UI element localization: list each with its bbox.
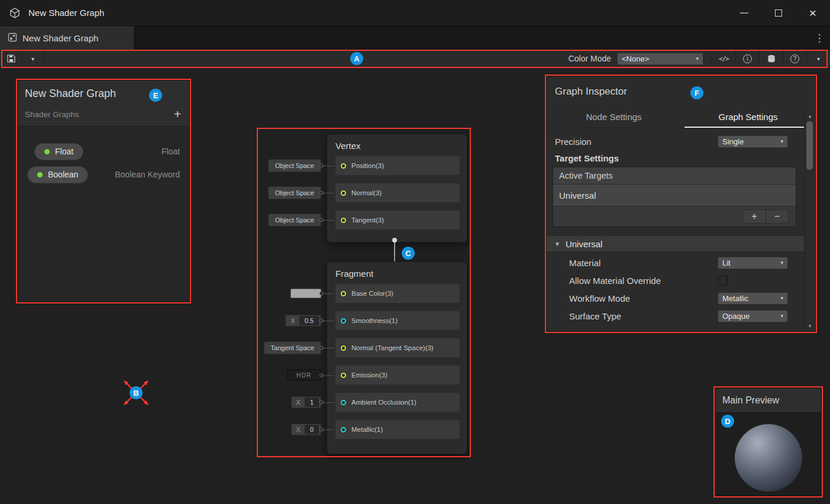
- caret-down-icon: ▾: [774, 138, 783, 144]
- workflow-mode-dropdown[interactable]: Metallic▾: [718, 292, 788, 305]
- graph-inspector-panel: Graph Inspector Node Settings Graph Sett…: [546, 76, 816, 332]
- shader-graph-asset-icon: [8, 33, 17, 44]
- fragment-port-normal[interactable]: Normal (Tangent Space)(3) Tangent Space: [335, 338, 460, 357]
- active-targets-box: Active Targets Universal + −: [553, 167, 796, 227]
- universal-foldout[interactable]: ▼ Universal: [547, 235, 815, 252]
- blackboard-header: New Shader Graph Shader Graphs +: [18, 80, 189, 127]
- material-row: Material Lit▾: [555, 256, 788, 270]
- scroll-up-icon[interactable]: ▲: [805, 112, 815, 120]
- help-button[interactable]: ?: [783, 50, 806, 67]
- fragment-port-emission[interactable]: Emission(3) HDR: [335, 366, 460, 385]
- precision-dropdown[interactable]: Single▾: [718, 135, 788, 148]
- caret-down-icon: ▾: [774, 260, 783, 266]
- graph-inspector-toggle-button[interactable]: i: [735, 50, 759, 67]
- scroll-down-icon[interactable]: ▼: [805, 322, 815, 330]
- space-dropdown[interactable]: Object Space: [268, 159, 321, 172]
- close-button[interactable]: ×: [796, 0, 830, 25]
- workflow-mode-label: Workflow Mode: [555, 293, 718, 303]
- port-icon[interactable]: [341, 190, 346, 196]
- save-asset-button[interactable]: [0, 50, 22, 67]
- port-icon[interactable]: [341, 373, 346, 378]
- blackboard-title: New Shader Graph: [25, 88, 181, 100]
- material-dropdown[interactable]: Lit▾: [718, 257, 788, 269]
- window-controls: ×: [727, 0, 830, 25]
- add-target-button[interactable]: +: [743, 210, 766, 223]
- vertex-port-position[interactable]: Position(3) Object Space: [335, 156, 460, 175]
- port-icon[interactable]: [341, 427, 346, 432]
- port-default-widget: X1: [291, 396, 321, 408]
- space-dropdown[interactable]: Tangent Space: [264, 341, 321, 354]
- save-options-dropdown[interactable]: ▾: [22, 50, 44, 67]
- toolbar-overflow-dropdown[interactable]: ▾: [806, 50, 830, 67]
- scrollbar-thumb[interactable]: [806, 121, 813, 170]
- surface-type-row: Surface Type Opaque▾: [555, 309, 788, 323]
- vertex-fragment-edge[interactable]: [394, 240, 395, 264]
- port-icon[interactable]: [341, 291, 346, 296]
- port-icon[interactable]: [341, 163, 346, 169]
- widget-port-dot-icon: [319, 373, 324, 377]
- port-default-widget: X0.5: [285, 315, 321, 327]
- code-view-button[interactable]: </>: [712, 50, 735, 67]
- port-default-widget: Tangent Space: [264, 341, 321, 354]
- blackboard-toggle-button[interactable]: [759, 50, 783, 67]
- float-field[interactable]: X0: [291, 424, 321, 435]
- fragment-port-metallic[interactable]: Metallic(1) X0: [335, 420, 460, 439]
- add-property-button[interactable]: +: [174, 108, 181, 120]
- tab-node-settings[interactable]: Node Settings: [547, 106, 681, 128]
- annotation-badge-b: B: [130, 386, 143, 399]
- vertex-port-normal[interactable]: Normal(3) Object Space: [335, 183, 460, 202]
- targets-footer: + −: [553, 206, 796, 227]
- fragment-port-base-color[interactable]: Base Color(3): [335, 284, 460, 303]
- inspector-scrollbar[interactable]: ▲ ▼: [804, 111, 815, 331]
- caret-down-icon: ▾: [817, 56, 820, 62]
- space-dropdown[interactable]: Object Space: [268, 186, 321, 199]
- surface-type-label: Surface Type: [555, 311, 718, 321]
- maximize-button[interactable]: [761, 0, 796, 25]
- surface-type-dropdown[interactable]: Opaque▾: [718, 310, 788, 322]
- graph-inspector-header: Graph Inspector: [547, 76, 815, 106]
- precision-row: Precision Single▾: [555, 134, 788, 148]
- active-targets-header: Active Targets: [553, 167, 796, 185]
- target-list-item-universal[interactable]: Universal: [553, 185, 796, 206]
- property-pill-float[interactable]: Float: [34, 143, 83, 160]
- fragment-node[interactable]: Fragment Base Color(3) Smoothness(1) X0.…: [327, 261, 467, 454]
- port-icon[interactable]: [341, 318, 346, 324]
- vertex-node[interactable]: Vertex Position(3) Object Space Normal(3…: [327, 134, 467, 243]
- caret-down-icon: ▾: [774, 313, 783, 319]
- code-icon: </>: [719, 55, 729, 63]
- fragment-port-ambient-occlusion[interactable]: Ambient Occlusion(1) X1: [335, 393, 460, 412]
- port-icon[interactable]: [341, 400, 346, 405]
- info-icon: i: [743, 54, 752, 63]
- fragment-port-smoothness[interactable]: Smoothness(1) X0.5: [335, 311, 460, 330]
- property-row-float: Float Float: [27, 143, 180, 160]
- port-icon[interactable]: [341, 218, 346, 223]
- property-row-boolean: Boolean Boolean Keyword: [27, 166, 180, 183]
- property-pill-boolean[interactable]: Boolean: [27, 166, 88, 183]
- color-swatch[interactable]: [290, 289, 321, 298]
- minimize-icon: [740, 12, 748, 14]
- tab-graph-settings[interactable]: Graph Settings: [681, 106, 815, 128]
- vertex-port-tangent[interactable]: Tangent(3) Object Space: [335, 211, 460, 230]
- graph-toolbar: ▾ Color Mode <None> ▾ </> i ? ▾: [0, 50, 830, 68]
- unity-shader-graph-window: New Shader Graph × New Shader Graph ⋮: [0, 0, 830, 504]
- allow-material-override-row: Allow Material Override: [555, 273, 788, 287]
- remove-target-button[interactable]: −: [766, 210, 788, 223]
- space-dropdown[interactable]: Object Space: [268, 214, 321, 227]
- property-type: Float: [162, 147, 180, 156]
- allow-material-override-label: Allow Material Override: [555, 276, 718, 286]
- kebab-menu-icon[interactable]: ⋮: [809, 26, 830, 50]
- float-field[interactable]: X1: [291, 396, 321, 408]
- port-default-widget: [290, 289, 321, 298]
- tab-new-shader-graph[interactable]: New Shader Graph: [0, 26, 134, 50]
- port-icon[interactable]: [341, 345, 346, 351]
- preview-sphere[interactable]: [735, 424, 802, 492]
- allow-material-override-checkbox[interactable]: [718, 276, 728, 286]
- minimize-button[interactable]: [727, 0, 761, 25]
- blackboard-subtitle: Shader Graphs: [25, 110, 79, 119]
- inspector-tabs: Node Settings Graph Settings: [547, 106, 815, 128]
- graph-inspector-title: Graph Inspector: [555, 86, 807, 98]
- color-mode-dropdown[interactable]: <None> ▾: [617, 53, 703, 65]
- hdr-color-field[interactable]: HDR: [287, 370, 321, 381]
- node-title: Fragment: [327, 262, 467, 284]
- float-field[interactable]: X0.5: [285, 315, 321, 327]
